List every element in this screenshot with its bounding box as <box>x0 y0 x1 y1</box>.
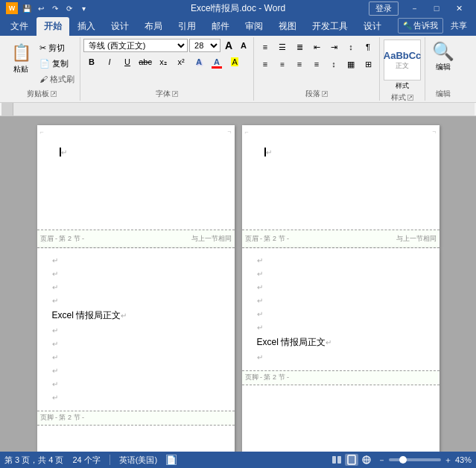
zoom-in-btn[interactable]: ＋ <box>444 455 452 466</box>
sort-button[interactable]: ↕ <box>343 39 359 55</box>
indent-increase-button[interactable]: ⇥ <box>326 39 342 55</box>
minimize-button[interactable]: － <box>403 0 425 16</box>
paragraph-expand-icon[interactable]: ↗ <box>322 91 328 97</box>
shading-button[interactable]: ▦ <box>343 56 359 72</box>
align-left-button[interactable]: ≡ <box>257 56 273 72</box>
paste-button[interactable]: 📋 粘贴 <box>6 39 36 76</box>
tab-layout[interactable]: 布局 <box>137 17 170 36</box>
font-size-select[interactable]: 28 <box>189 39 220 52</box>
body-line-9: ↵ <box>52 364 220 378</box>
copy-button[interactable]: 📄 复制 <box>37 56 77 71</box>
zoom-out-btn[interactable]: － <box>378 455 386 466</box>
body-line-3: ↵ <box>52 281 220 294</box>
align-center-button[interactable]: ≡ <box>274 56 291 72</box>
bullets-button[interactable]: ≡ <box>257 39 273 55</box>
read-view-btn[interactable] <box>330 454 343 466</box>
text-effect-button[interactable]: A <box>191 54 207 70</box>
clipboard-expand-icon[interactable]: ↗ <box>51 91 57 97</box>
subscript-button[interactable]: x₂ <box>155 54 171 70</box>
find-button[interactable]: 🔍 编辑 <box>428 39 458 75</box>
web-view-btn[interactable] <box>360 454 373 466</box>
font-expand-icon[interactable]: ↗ <box>172 91 178 97</box>
underline-button[interactable]: U <box>119 54 136 70</box>
clipboard-label: 剪贴板 ↗ <box>27 87 57 99</box>
redo-quick-btn[interactable]: ↷ <box>49 2 61 14</box>
strikethrough-button[interactable]: abc <box>137 54 153 70</box>
editing-group: 🔍 编辑 编辑 <box>425 37 461 101</box>
page-1-wrapper: ⌐ ¬ └ ↵ 页眉 - 第 2 节 - 与上一节相同 ↵ ↵ ↵ ↵ Exce… <box>37 125 235 443</box>
maximize-button[interactable]: □ <box>425 0 448 16</box>
font-shrink-button[interactable]: A <box>237 39 250 52</box>
language: 英语(美国) <box>119 455 157 466</box>
tab-view[interactable]: 视图 <box>271 17 304 36</box>
bold-button[interactable]: B <box>83 54 100 70</box>
save-quick-btn[interactable]: 💾 <box>21 2 33 14</box>
zoom-controls: － ＋ 43% <box>378 455 472 466</box>
align-right-button[interactable]: ≡ <box>291 56 308 72</box>
tab-design[interactable]: 设计 <box>104 17 136 36</box>
borders-button[interactable]: ⊞ <box>360 56 376 72</box>
p2-body-line-5: ↵ <box>257 308 425 321</box>
corner-bl-1: └ <box>40 238 45 245</box>
svg-rect-3 <box>348 455 355 464</box>
cut-button[interactable]: ✂ 剪切 <box>37 40 77 55</box>
tab-home[interactable]: 开始 <box>37 17 69 36</box>
show-marks-button[interactable]: ¶ <box>360 39 376 55</box>
body-line-2: ↵ <box>52 268 220 281</box>
tell-me-btn[interactable]: 🔦 告诉我 <box>398 18 443 34</box>
page-1-top: ⌐ ¬ └ ↵ 页眉 - 第 2 节 - 与上一节相同 <box>37 125 235 248</box>
highlight-button[interactable]: A <box>226 54 243 70</box>
tab-file[interactable]: 文件 <box>3 17 36 36</box>
body-text-line: Excel 情报局正文↵ <box>52 308 220 324</box>
login-button[interactable]: 登录 <box>369 1 399 16</box>
styles-gallery-button[interactable]: AaBbCc 正文 样式 <box>383 39 422 91</box>
page-2-footer-label: 页脚 - 第 2 节 - <box>242 370 439 385</box>
svg-rect-1 <box>332 456 336 464</box>
share-btn[interactable]: 共享 <box>446 19 472 33</box>
window-controls: － □ ✕ <box>403 0 470 16</box>
tab-references[interactable]: 引用 <box>171 17 203 36</box>
body-line-10: ↵ <box>52 378 220 391</box>
font-family-select[interactable]: 等线 (西文正文) <box>83 39 188 52</box>
ruler-corner <box>1 103 13 116</box>
tab-insert[interactable]: 插入 <box>70 17 103 36</box>
body-line-4: ↵ <box>52 294 220 308</box>
font-grow-button[interactable]: A <box>222 39 235 52</box>
print-view-btn[interactable] <box>345 454 358 466</box>
ribbon-content: 📋 粘贴 ✂ 剪切 📄 复制 🖌 格式刷 剪贴板 ↗ 等线 (西文正文) <box>0 36 476 103</box>
p2-body-line-4: ↵ <box>257 294 425 308</box>
font-row-2: B I U abc x₂ x² A A A <box>83 54 243 70</box>
undo-quick-btn[interactable]: ↩ <box>35 2 47 14</box>
cursor-line: ↵ <box>60 148 220 156</box>
numbering-button[interactable]: ☰ <box>274 39 291 55</box>
tab-design2[interactable]: 设计 <box>356 17 389 36</box>
tab-mailings[interactable]: 邮件 <box>204 17 237 36</box>
document-area[interactable]: ⌐ ¬ └ ↵ 页眉 - 第 2 节 - 与上一节相同 ↵ ↵ ↵ ↵ Exce… <box>0 116 476 452</box>
paste-icon: 📋 <box>9 41 33 65</box>
italic-button[interactable]: I <box>101 54 118 70</box>
superscript-button[interactable]: x² <box>173 54 189 70</box>
multilevel-list-button[interactable]: ≣ <box>291 39 308 55</box>
clipboard-content: 📋 粘贴 ✂ 剪切 📄 复制 🖌 格式刷 <box>6 39 77 87</box>
close-button[interactable]: ✕ <box>448 0 470 16</box>
status-bar: 第 3 页，共 4 页 24 个字 英语(美国) 📄 － ＋ 43% <box>0 452 476 468</box>
zoom-slider[interactable] <box>389 458 441 461</box>
styles-expand-icon[interactable]: ↗ <box>407 95 413 101</box>
text-color-button[interactable]: A <box>209 54 225 70</box>
tab-developer[interactable]: 开发工具 <box>305 17 355 36</box>
font-content: 等线 (西文正文) 28 A A B I U abc x₂ x² A A <box>83 39 250 87</box>
line-spacing-button[interactable]: ↕ <box>326 56 342 72</box>
corner-tr-2: ¬ <box>432 128 436 136</box>
format-paint-button[interactable]: 🖌 格式刷 <box>37 72 77 86</box>
justify-button[interactable]: ≡ <box>308 56 325 72</box>
clipboard-group: 📋 粘贴 ✂ 剪切 📄 复制 🖌 格式刷 剪贴板 ↗ <box>3 37 80 101</box>
more-quick-btn[interactable]: ▾ <box>77 2 89 14</box>
track-changes-btn[interactable]: 📄 <box>166 455 177 465</box>
tab-review[interactable]: 审阅 <box>238 17 270 36</box>
zoom-handle[interactable] <box>399 456 407 464</box>
zoom-percent[interactable]: 43% <box>455 455 472 464</box>
indent-decrease-button[interactable]: ⇤ <box>308 39 325 55</box>
p2-body-line-2: ↵ <box>257 268 425 281</box>
refresh-quick-btn[interactable]: ⟳ <box>63 2 75 14</box>
styles-group: AaBbCc 正文 样式 样式 ↗ <box>380 37 425 101</box>
